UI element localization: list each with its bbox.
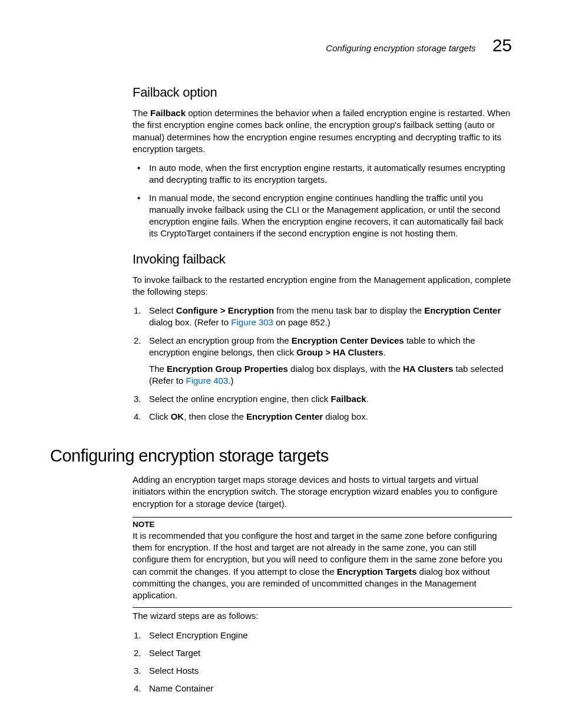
heading-configuring-targets: Configuring encryption storage targets [50,446,512,466]
running-header-title: Configuring encryption storage targets [326,43,475,53]
link-figure-403[interactable]: Figure 403 [186,375,229,386]
list-item: Select an encryption group from the Encr… [133,335,512,387]
list-item: Click OK, then close the Encryption Cent… [133,411,512,423]
bold-text: Configure > Encryption [176,305,274,315]
text: Click [149,411,171,421]
bold-text: OK [171,411,184,421]
note-label: NOTE [133,520,512,529]
text: . [366,394,369,404]
bold-text: Encryption Targets [337,566,417,577]
bold-text: Failback [150,108,186,118]
list-item: In manual mode, the second encryption en… [133,192,512,240]
text: option determines the behavior when a fa… [133,108,510,154]
list-item: Select Target [133,647,512,659]
text: dialog box displays, with the [288,364,403,374]
ordered-list: Select Encryption Engine Select Target S… [133,630,512,695]
list-item: In auto mode, when the first encryption … [133,162,512,186]
text: Select [149,305,176,315]
text: The [133,108,150,118]
text: dialog box. (Refer to [149,317,231,327]
list-item: Select Configure > Encryption from the m… [133,305,512,329]
bold-text: Failback [331,394,366,404]
bullet-list: In auto mode, when the first encryption … [133,162,512,240]
body-content: Adding an encryption target maps storage… [133,474,512,695]
running-header: Configuring encryption storage targets 2… [50,35,512,55]
text: on page 852.) [273,317,330,327]
heading-failback-option: Failback option [133,85,512,100]
rule [133,607,512,608]
paragraph: To invoke failback to the restarted encr… [133,274,512,298]
text: .) [228,375,233,386]
bold-text: Group > HA Clusters [296,347,383,357]
bold-text: Encryption Center [424,305,501,315]
bold-text: Encryption Group Properties [167,364,288,374]
list-item: Name Container [133,683,512,694]
page: Configuring encryption storage targets 2… [0,0,562,728]
text: Select the online encryption engine, the… [149,394,331,404]
text: . [384,347,386,357]
text: from the menu task bar to display the [274,305,424,315]
paragraph: The Encryption Group Properties dialog b… [149,363,512,387]
chapter-number: 25 [492,35,512,55]
bold-text: Encryption Center [246,411,323,421]
paragraph: The wizard steps are as follows: [133,610,512,622]
link-figure-303[interactable]: Figure 303 [231,317,273,327]
list-item: Select Hosts [133,665,512,677]
rule [133,517,512,518]
text: Select an encryption group from the [149,335,292,345]
list-item: Select Encryption Engine [133,630,512,641]
text: , then close the [184,411,246,421]
paragraph: The Failback option determines the behav… [133,107,512,155]
list-item: Select the online encryption engine, the… [133,393,512,405]
heading-invoking-failback: Invoking failback [133,252,512,267]
paragraph: Adding an encryption target maps storage… [133,474,512,510]
text: The [149,364,167,374]
bold-text: HA Clusters [403,364,453,374]
body-content: Failback option The Failback option dete… [133,85,512,423]
ordered-list: Select Configure > Encryption from the m… [133,305,512,423]
bold-text: Encryption Center Devices [292,335,404,345]
text: dialog box. [323,411,368,421]
note-body: It is recommended that you configure the… [133,530,512,602]
